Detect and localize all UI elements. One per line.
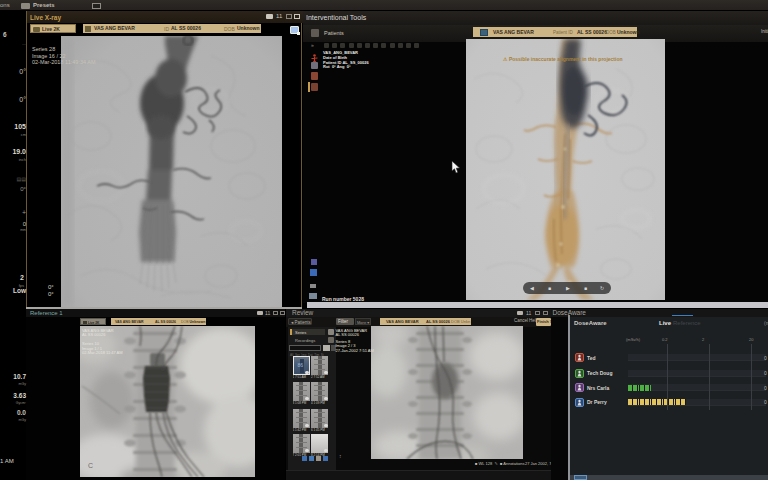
svg-text:C: C xyxy=(88,462,93,469)
